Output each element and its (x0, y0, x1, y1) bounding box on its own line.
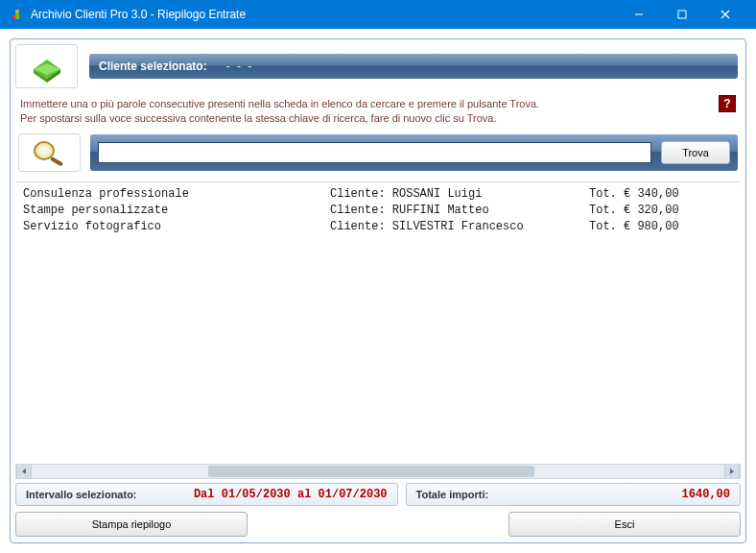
header-strip: Cliente selezionato: - - - (11, 39, 745, 93)
list-item[interactable]: Stampe personalizzate Cliente: RUFFINI M… (23, 203, 733, 219)
totals-label: Totale importi: (416, 489, 489, 500)
service-name: Consulenza professionale (23, 186, 330, 203)
search-bar: Trova (90, 134, 738, 171)
titlebar: Archivio Clienti Pro 3.0 - Riepilogo Ent… (0, 0, 756, 29)
client-icon-box (15, 44, 78, 88)
book-icon (28, 50, 66, 83)
svg-rect-3 (19, 15, 22, 19)
total-cell: Tot. € 980,00 (589, 219, 733, 235)
scroll-left-arrow[interactable] (16, 465, 32, 478)
button-row: Stampa riepilogo Esci (11, 510, 745, 542)
scroll-right-arrow[interactable] (724, 465, 740, 478)
list-item[interactable]: Consulenza professionale Cliente: ROSSAN… (23, 186, 733, 203)
app-icon (10, 7, 25, 22)
client-cell: Cliente: SILVESTRI Francesco (330, 219, 589, 235)
find-button[interactable]: Trova (661, 141, 730, 164)
maximize-button[interactable] (660, 0, 703, 29)
svg-marker-16 (730, 469, 734, 474)
selected-client-bar: Cliente selezionato: - - - (89, 54, 738, 79)
service-name: Stampe personalizzate (23, 203, 330, 219)
svg-rect-14 (50, 156, 63, 166)
service-name: Servizio fotografico (23, 219, 330, 235)
svg-rect-1 (15, 13, 19, 19)
magnifier-icon (29, 138, 71, 167)
main-frame: Cliente selezionato: - - - Immettere una… (10, 38, 746, 543)
interval-panel: Intervallo selezionato: Dal 01/05/2030 a… (15, 483, 398, 506)
scroll-thumb[interactable] (208, 466, 534, 477)
totals-panel: Totale importi: 1640,00 (406, 483, 741, 506)
interval-label: Intervallo selezionato: (26, 489, 137, 500)
total-cell: Tot. € 320,00 (589, 203, 733, 219)
horizontal-scrollbar[interactable] (15, 464, 741, 479)
list-item[interactable]: Servizio fotografico Cliente: SILVESTRI … (23, 219, 733, 235)
interval-value: Dal 01/05/2030 al 01/07/2030 (194, 488, 388, 501)
client-cell: Cliente: ROSSANI Luigi (330, 186, 589, 203)
search-input[interactable] (98, 142, 651, 163)
minimize-button[interactable] (617, 0, 660, 29)
svg-point-13 (38, 146, 50, 156)
svg-marker-15 (22, 469, 26, 474)
window-body: Cliente selezionato: - - - Immettere una… (0, 29, 756, 553)
totals-value: 1640,00 (682, 488, 730, 501)
instructions-line1: Immettere una o più parole consecutive p… (20, 97, 736, 111)
instructions-line2: Per spostarsi sulla voce successiva cont… (20, 111, 736, 126)
results-list[interactable]: Consulenza professionale Cliente: ROSSAN… (15, 181, 741, 462)
total-cell: Tot. € 340,00 (589, 186, 733, 203)
close-button[interactable] (703, 0, 746, 29)
magnifier-icon-box (18, 133, 81, 172)
search-row: Trova (11, 128, 745, 178)
selected-client-value: - - - (226, 60, 254, 73)
svg-rect-5 (678, 11, 686, 18)
selected-client-label: Cliente selezionato: (99, 60, 207, 73)
instructions: Immettere una o più parole consecutive p… (11, 93, 745, 128)
svg-point-0 (15, 10, 19, 13)
exit-button[interactable]: Esci (508, 512, 741, 537)
print-summary-button[interactable]: Stampa riepilogo (15, 512, 248, 537)
svg-rect-2 (12, 15, 15, 19)
window-title: Archivio Clienti Pro 3.0 - Riepilogo Ent… (31, 8, 617, 21)
help-button[interactable]: ? (719, 95, 736, 112)
client-cell: Cliente: RUFFINI Matteo (330, 203, 589, 219)
summary-row: Intervallo selezionato: Dal 01/05/2030 a… (11, 483, 745, 510)
